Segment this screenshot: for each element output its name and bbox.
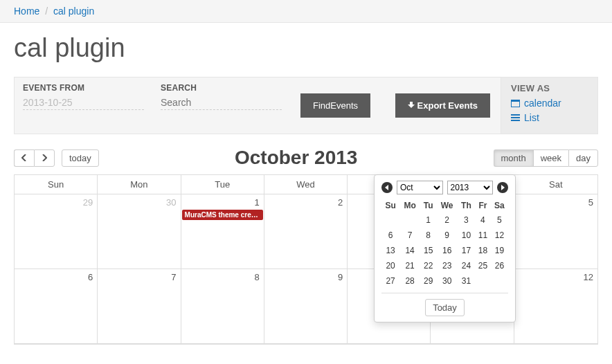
view-day-button[interactable]: day [568, 149, 598, 167]
today-button[interactable]: today [62, 149, 99, 167]
datepicker-day-header: We [436, 199, 457, 212]
calendar-day-header: Tue [181, 175, 264, 194]
calendar-toolbar: today October 2013 month week day [14, 147, 598, 169]
export-events-button[interactable]: Export Events [395, 93, 490, 118]
calendar-day-number: 29 [83, 197, 93, 208]
calendar-day-number: 30 [166, 197, 176, 208]
datepicker-grid: SuMoTuWeThFrSa 1234567891011121314151617… [381, 199, 508, 289]
datepicker-day-cell[interactable]: 21 [399, 258, 420, 273]
calendar-cell[interactable]: 8 [181, 269, 264, 344]
triangle-left-icon [384, 185, 390, 190]
events-from-label: EVENTS FROM [23, 83, 144, 93]
breadcrumb-sep: / [45, 6, 48, 17]
datepicker-day-cell[interactable]: 10 [458, 228, 475, 243]
find-events-button[interactable]: FindEvents [300, 93, 370, 118]
datepicker-day-cell[interactable]: 29 [420, 273, 437, 289]
datepicker-day-cell[interactable]: 23 [436, 258, 457, 273]
view-as-list[interactable]: List [511, 111, 588, 125]
datepicker-day-cell[interactable]: 1 [420, 212, 437, 228]
calendar-cell[interactable]: 30 [98, 194, 181, 269]
breadcrumb-current[interactable]: cal plugin [53, 6, 94, 17]
list-icon [511, 114, 520, 122]
calendar-day-number: 2 [338, 197, 343, 208]
datepicker-day-cell[interactable]: 3 [458, 212, 475, 228]
calendar-day-number: 5 [588, 197, 593, 208]
datepicker-day-cell[interactable]: 14 [399, 243, 420, 258]
datepicker-day-cell [399, 212, 420, 228]
calendar-cell[interactable]: 29 [15, 194, 98, 269]
datepicker-day-cell[interactable]: 15 [420, 243, 437, 258]
view-week-button[interactable]: week [533, 149, 568, 167]
datepicker-day-cell[interactable]: 25 [475, 258, 491, 273]
datepicker-day-cell [475, 273, 491, 289]
view-as-calendar-label: calendar [524, 96, 561, 111]
chevron-left-icon [21, 154, 27, 161]
datepicker-day-header: Mo [399, 199, 420, 212]
calendar-cell[interactable]: 5 [514, 194, 597, 269]
calendar-day-header: Sat [514, 175, 597, 194]
datepicker-day-cell[interactable]: 16 [436, 243, 457, 258]
datepicker-day-cell[interactable]: 9 [436, 228, 457, 243]
prev-button[interactable] [14, 149, 34, 167]
datepicker-day-cell[interactable]: 24 [458, 258, 475, 273]
view-as-panel: VIEW AS calendar List [501, 78, 597, 134]
datepicker-day-cell[interactable]: 4 [475, 212, 491, 228]
datepicker-day-cell [491, 273, 508, 289]
calendar-cell[interactable]: 12 [514, 269, 597, 344]
calendar-day-header: Mon [98, 175, 181, 194]
datepicker-day-cell [381, 212, 399, 228]
datepicker-day-cell[interactable]: 6 [381, 228, 399, 243]
view-as-header: VIEW AS [511, 83, 588, 93]
breadcrumb: Home / cal plugin [0, 0, 612, 23]
datepicker-today-button[interactable]: Today [425, 299, 465, 316]
datepicker-day-cell[interactable]: 22 [420, 258, 437, 273]
calendar-icon [511, 100, 520, 107]
datepicker-day-cell[interactable]: 12 [491, 228, 508, 243]
datepicker-day-header: Th [458, 199, 475, 212]
datepicker-day-cell[interactable]: 5 [491, 212, 508, 228]
calendar-cell[interactable]: 9 [264, 269, 348, 344]
datepicker-day-cell[interactable]: 26 [491, 258, 508, 273]
calendar-day-number: 1 [255, 197, 260, 208]
datepicker-day-cell[interactable]: 17 [458, 243, 475, 258]
view-as-list-label: List [524, 111, 539, 125]
search-input[interactable] [161, 95, 282, 110]
next-button[interactable] [34, 149, 55, 167]
download-icon [408, 102, 415, 109]
datepicker-month-select[interactable]: Oct [397, 181, 443, 194]
datepicker-day-cell[interactable]: 28 [399, 273, 420, 289]
calendar-cell[interactable]: 1MuraCMS theme creation [181, 194, 264, 269]
datepicker-day-cell[interactable]: 18 [475, 243, 491, 258]
datepicker-year-select[interactable]: 2013 [447, 181, 494, 194]
datepicker-day-cell[interactable]: 8 [420, 228, 437, 243]
datepicker-popover: Oct 2013 SuMoTuWeThFrSa 1234567891011121… [374, 174, 516, 322]
datepicker-day-cell[interactable]: 7 [399, 228, 420, 243]
calendar-cell[interactable]: 7 [98, 269, 181, 344]
search-label: SEARCH [161, 83, 282, 93]
calendar-event[interactable]: MuraCMS theme creation [182, 210, 263, 220]
datepicker-day-header: Tu [420, 199, 437, 212]
page-title: cal plugin [14, 33, 598, 63]
events-from-input[interactable] [23, 95, 144, 110]
datepicker-prev-button[interactable] [381, 182, 393, 193]
datepicker-next-button[interactable] [497, 182, 508, 193]
datepicker-day-cell[interactable]: 2 [436, 212, 457, 228]
datepicker-day-cell[interactable]: 31 [458, 273, 475, 289]
datepicker-day-cell[interactable]: 11 [475, 228, 491, 243]
view-month-button[interactable]: month [494, 149, 533, 167]
calendar-day-number: 7 [171, 272, 176, 282]
calendar-day-header: Sun [15, 175, 98, 194]
datepicker-day-cell[interactable]: 19 [491, 243, 508, 258]
export-events-label: Export Events [417, 100, 478, 111]
calendar-cell[interactable]: 6 [15, 269, 98, 344]
datepicker-day-cell[interactable]: 27 [381, 273, 399, 289]
calendar-cell[interactable]: 2 [264, 194, 348, 269]
calendar-day-number: 12 [584, 272, 593, 282]
datepicker-day-cell[interactable]: 13 [381, 243, 399, 258]
datepicker-day-cell[interactable]: 30 [436, 273, 457, 289]
view-as-calendar[interactable]: calendar [511, 96, 588, 111]
breadcrumb-home[interactable]: Home [14, 6, 39, 17]
triangle-right-icon [500, 185, 505, 190]
datepicker-day-cell[interactable]: 20 [381, 258, 399, 273]
calendar-day-header: Wed [264, 175, 348, 194]
